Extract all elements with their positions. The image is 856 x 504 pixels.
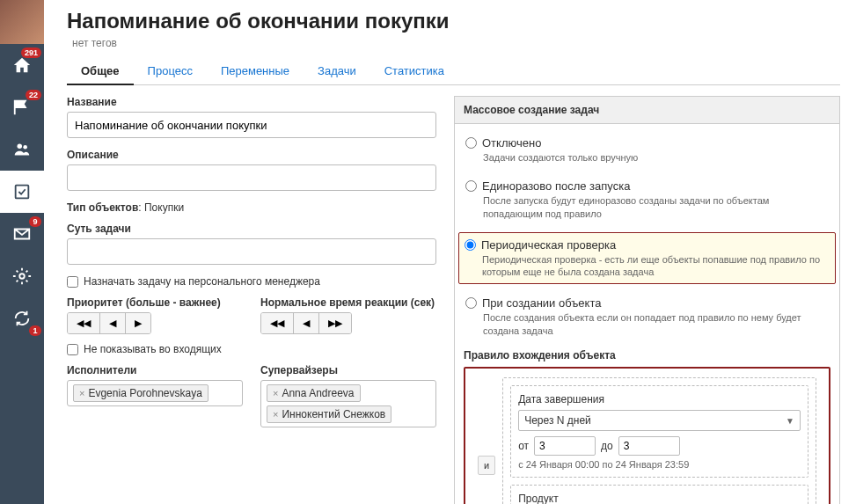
condition-date: Дата завершения Через N дней▼ от до [510, 385, 808, 478]
close-icon[interactable]: × [79, 388, 84, 398]
supervisors-input[interactable]: ×Anna Andreeva ×Иннокентий Снежков [260, 380, 436, 427]
to-input[interactable] [618, 436, 680, 456]
object-type-row: Тип объектов: Покупки [67, 201, 436, 214]
badge: 9 [29, 216, 41, 227]
hide-inbox-label: Не показывать во входящих [84, 343, 222, 355]
tab-tasks[interactable]: Задачи [304, 58, 370, 84]
essence-label: Суть задачи [67, 223, 436, 235]
close-icon[interactable]: × [273, 409, 278, 420]
tab-stats[interactable]: Статистика [370, 58, 458, 84]
checkbox-icon [12, 182, 32, 201]
nav-flag[interactable]: 22 [0, 86, 44, 128]
hide-inbox-checkbox[interactable] [67, 344, 78, 355]
badge: 291 [21, 47, 41, 58]
range-hint: с 24 Января 00:00 по 24 Января 23:59 [518, 459, 801, 470]
badge: 1 [29, 325, 41, 336]
nav-home[interactable]: 291 [0, 44, 44, 86]
essence-input[interactable] [67, 238, 436, 265]
page-title: Напоминание об окончании покупки [67, 9, 840, 33]
sidebar: 291 22 9 1 [0, 0, 44, 504]
assign-personal-label: Назначать задачу на персонального менедж… [84, 275, 320, 288]
opt-disabled-radio[interactable] [465, 137, 477, 149]
opt-oncreate-radio[interactable] [465, 297, 477, 309]
tabs: Общее Процесс Переменные Задачи Статисти… [67, 58, 840, 85]
name-input[interactable] [67, 112, 436, 138]
condition-group: Дата завершения Через N дней▼ от до [502, 377, 816, 504]
tab-variables[interactable]: Переменные [207, 58, 304, 84]
priority-back-button[interactable]: ◀ [100, 313, 126, 333]
gear-icon [12, 267, 32, 286]
supervisor-chip[interactable]: ×Иннокентий Снежков [267, 405, 391, 423]
reaction-label: Нормальное время реакции (сек) [260, 296, 436, 309]
no-tags[interactable]: нет тегов [72, 37, 840, 49]
priority-stepper: ◀◀ ◀ ▶ [67, 312, 151, 334]
badge: 22 [26, 90, 41, 100]
opt-once-radio[interactable] [465, 180, 477, 192]
reaction-back-button[interactable]: ◀ [294, 313, 319, 333]
chevron-down-icon: ▼ [786, 416, 794, 426]
priority-label: Приоритет (больше - важнее) [67, 296, 243, 309]
nav-mail[interactable]: 9 [0, 213, 44, 255]
reaction-stepper: ◀◀ ◀ ▶▶ [260, 312, 352, 334]
mail-icon [12, 224, 32, 244]
nav-settings[interactable] [0, 255, 44, 297]
desc-input[interactable] [67, 164, 436, 191]
panel-title: Массовое создание задач [455, 97, 839, 124]
from-input[interactable] [534, 436, 596, 456]
priority-rewind-button[interactable]: ◀◀ [68, 313, 100, 333]
rule-heading: Правило вхождения объекта [464, 349, 830, 362]
nav-refresh[interactable]: 1 [0, 297, 44, 340]
users-icon [12, 140, 32, 159]
nav-users[interactable] [0, 128, 44, 171]
priority-forward-button[interactable]: ▶ [126, 313, 150, 333]
svg-rect-2 [16, 186, 29, 199]
nav-tasks[interactable] [0, 171, 44, 213]
reaction-rewind-button[interactable]: ◀◀ [261, 313, 294, 333]
opt-periodic-radio[interactable] [465, 239, 476, 251]
svg-point-0 [18, 144, 23, 150]
condition-product: Продукт ×Мой тренинг [510, 485, 808, 504]
mass-create-panel: Массовое создание задач Отключено Задачи… [454, 96, 840, 504]
flag-icon [12, 98, 32, 117]
close-icon[interactable]: × [273, 388, 278, 398]
desc-label: Описание [67, 149, 436, 161]
svg-point-3 [19, 274, 25, 279]
supervisor-chip[interactable]: ×Anna Andreeva [267, 384, 361, 402]
cond2-title: Продукт [518, 493, 801, 504]
avatar[interactable] [0, 0, 44, 44]
reaction-forward-button[interactable]: ▶▶ [319, 313, 351, 333]
svg-point-1 [23, 145, 27, 150]
executor-chip[interactable]: ×Evgenia Porohnevskaya [73, 384, 209, 402]
executors-input[interactable]: ×Evgenia Porohnevskaya [67, 380, 243, 406]
assign-personal-checkbox[interactable] [67, 276, 78, 288]
cond1-mode-select[interactable]: Через N дней▼ [518, 410, 801, 431]
rule-box: и Дата завершения Через N дней▼ от [464, 367, 830, 504]
supervisors-label: Супервайзеры [260, 364, 436, 376]
tab-general[interactable]: Общее [67, 58, 134, 85]
executors-label: Исполнители [67, 364, 243, 376]
tab-process[interactable]: Процесс [134, 58, 207, 84]
and-operator[interactable]: и [478, 456, 495, 475]
main: Напоминание об окончании покупки нет тег… [44, 0, 856, 504]
refresh-icon [12, 309, 32, 328]
home-icon [12, 55, 32, 75]
cond1-title: Дата завершения [518, 393, 801, 405]
name-label: Название [67, 96, 436, 108]
